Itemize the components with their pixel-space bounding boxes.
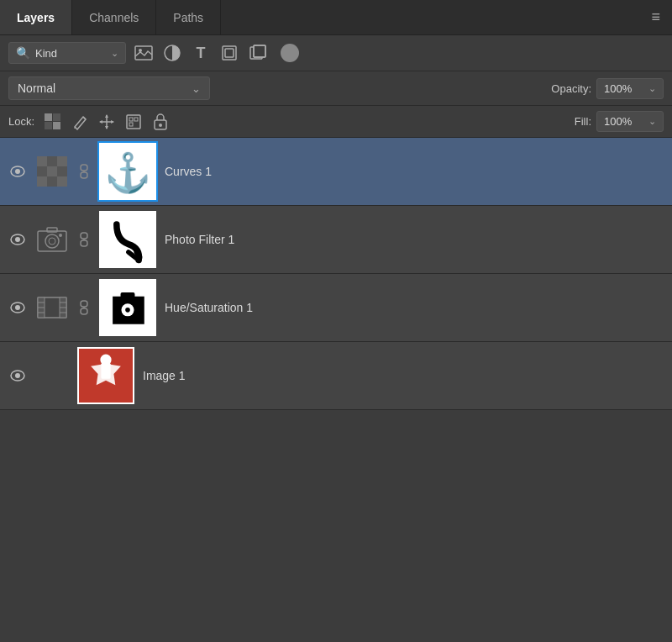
opacity-group: Opacity: 100% ⌄ (551, 78, 664, 99)
svg-point-44 (45, 234, 59, 248)
svg-rect-33 (37, 176, 47, 187)
fill-group: Fill: 100% ⌄ (575, 111, 664, 132)
opacity-label: Opacity: (551, 82, 591, 95)
layer-type-icon-image1 (35, 359, 69, 392)
layer-item-curves1[interactable]: ⚓ Curves 1 (0, 138, 672, 206)
svg-marker-18 (111, 120, 114, 124)
tab-layers[interactable]: Layers (0, 0, 72, 34)
svg-rect-37 (81, 172, 87, 178)
svg-point-42 (15, 237, 20, 242)
svg-rect-46 (47, 228, 57, 232)
layer-thumb-image1 (77, 347, 134, 404)
layer-name-image1: Image 1 (143, 369, 664, 382)
blend-mode-dropdown[interactable]: Normal ⌄ (8, 76, 210, 100)
search-icon: 🔍 (16, 46, 30, 60)
layers-list: ⚓ Curves 1 (0, 138, 672, 642)
chain-icon-huesaturation1 (77, 300, 91, 315)
svg-point-24 (159, 124, 162, 127)
opacity-dropdown[interactable]: 100% ⌄ (596, 78, 664, 99)
tab-bar: Layers Channels Paths ≡ (0, 0, 672, 35)
svg-text:⚓: ⚓ (104, 150, 152, 196)
layer-name-photofilter1: Photo Filter 1 (165, 233, 664, 246)
chain-icon-photofilter1 (77, 232, 91, 247)
svg-rect-4 (225, 49, 234, 57)
svg-rect-10 (45, 122, 52, 129)
adjustment-filter-icon[interactable] (161, 42, 183, 64)
kind-arrow: ⌄ (111, 48, 118, 59)
lock-all-icon[interactable] (150, 112, 171, 132)
blend-mode-arrow: ⌄ (192, 82, 201, 95)
fill-dropdown[interactable]: 100% ⌄ (596, 111, 664, 132)
layer-visibility-curves1[interactable] (8, 166, 27, 177)
svg-rect-8 (45, 113, 52, 121)
svg-marker-15 (105, 114, 108, 118)
layer-name-huesaturation1: Hue/Saturation 1 (165, 301, 664, 314)
layer-type-icon-curves1 (35, 155, 69, 188)
svg-line-12 (83, 117, 86, 119)
svg-rect-36 (81, 165, 87, 171)
blend-row: Normal ⌄ Opacity: 100% ⌄ (0, 71, 672, 106)
svg-point-45 (49, 238, 55, 245)
svg-rect-6 (254, 45, 265, 57)
svg-point-26 (15, 169, 20, 174)
svg-rect-11 (53, 122, 60, 129)
svg-rect-20 (129, 118, 133, 121)
svg-point-71 (15, 373, 20, 378)
kind-dropdown[interactable]: 🔍 Kind ⌄ (8, 42, 126, 64)
filter-row: 🔍 Kind ⌄ T (0, 35, 672, 71)
svg-rect-51 (101, 213, 155, 266)
svg-rect-21 (134, 118, 138, 121)
svg-rect-9 (53, 113, 60, 121)
layer-thumb-photofilter1 (99, 211, 156, 268)
svg-marker-17 (99, 120, 102, 124)
svg-rect-63 (81, 301, 87, 307)
lock-row: Lock: (0, 106, 672, 138)
svg-rect-64 (81, 308, 87, 314)
layer-item-photofilter1[interactable]: Photo Filter 1 (0, 206, 672, 274)
panel-menu-button[interactable]: ≡ (639, 0, 672, 34)
svg-rect-28 (47, 156, 57, 166)
layer-visibility-photofilter1[interactable] (8, 234, 27, 245)
layer-type-icon-huesaturation1 (35, 291, 69, 324)
layer-name-curves1: Curves 1 (165, 165, 664, 178)
lock-position-icon[interactable] (97, 112, 117, 132)
layer-type-icon-photofilter1 (35, 223, 69, 256)
chain-icon-curves1 (77, 164, 91, 179)
opacity-arrow: ⌄ (648, 83, 656, 94)
svg-rect-31 (47, 166, 57, 176)
lock-pixels-icon[interactable] (70, 112, 90, 132)
svg-rect-32 (57, 166, 67, 176)
lock-transparent-icon[interactable] (43, 112, 63, 132)
svg-rect-48 (81, 233, 87, 239)
shape-filter-icon[interactable] (218, 42, 240, 64)
image-filter-icon[interactable] (133, 42, 155, 64)
svg-marker-16 (105, 126, 108, 129)
svg-rect-27 (37, 156, 47, 166)
smart-object-filter-icon[interactable] (247, 42, 269, 64)
blend-mode-label: Normal (18, 82, 186, 95)
opacity-value: 100% (604, 82, 645, 95)
layer-thumb-huesaturation1 (99, 279, 156, 336)
filter-active-indicator[interactable] (279, 42, 301, 64)
kind-label: Kind (35, 47, 106, 60)
svg-point-53 (15, 305, 20, 310)
layer-visibility-huesaturation1[interactable] (8, 302, 27, 313)
lock-label: Lock: (8, 115, 34, 128)
svg-rect-30 (37, 166, 47, 176)
lock-artboard-icon[interactable] (123, 112, 144, 132)
layer-thumb-curves1: ⚓ (99, 143, 156, 200)
svg-rect-74 (101, 363, 110, 379)
svg-rect-35 (57, 176, 67, 187)
layer-visibility-image1[interactable] (8, 370, 27, 382)
layer-item-huesaturation1[interactable]: Hue/Saturation 1 (0, 274, 672, 342)
text-filter-icon[interactable]: T (190, 42, 212, 64)
tab-channels[interactable]: Channels (72, 0, 156, 34)
svg-point-69 (125, 308, 130, 313)
tab-paths[interactable]: Paths (156, 0, 221, 34)
svg-rect-29 (57, 156, 67, 166)
svg-rect-49 (81, 240, 87, 246)
layer-item-image1[interactable]: Image 1 (0, 342, 672, 410)
svg-rect-34 (47, 176, 57, 187)
layers-panel: Layers Channels Paths ≡ 🔍 Kind ⌄ (0, 0, 672, 642)
svg-rect-22 (129, 123, 133, 126)
